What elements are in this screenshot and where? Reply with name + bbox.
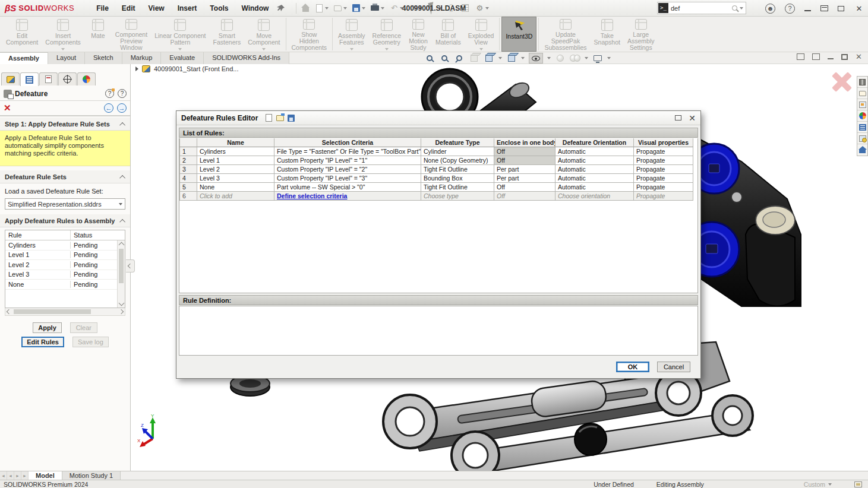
maximize-button[interactable] <box>820 5 828 11</box>
save-rules-file-icon[interactable] <box>288 115 295 122</box>
tab-assembly[interactable]: Assembly <box>0 52 48 64</box>
tab-solidworks-addins[interactable]: SOLIDWORKS Add-Ins <box>204 52 289 64</box>
options-button[interactable]: ⚙ <box>473 2 491 14</box>
open-button[interactable] <box>332 2 349 14</box>
ribbon-new-motion-study[interactable]: New Motion Study <box>405 17 432 52</box>
ribbon-move-component[interactable]: Move Component <box>244 17 283 52</box>
view-settings-dropdown-icon[interactable] <box>607 57 611 59</box>
ribbon-component-preview-window[interactable]: Component Preview Window <box>112 17 151 52</box>
rule-row-5[interactable]: 5NonePart volume -- SW Special > "0"Tigh… <box>179 183 694 192</box>
print-button[interactable] <box>368 2 386 14</box>
cad-admin-dashboard-icon[interactable] <box>857 133 867 144</box>
displaymanager-tab[interactable] <box>77 72 96 85</box>
cancel-button[interactable]: Cancel <box>657 362 690 372</box>
ribbon-take-snapshot[interactable]: Take Snapshot <box>591 17 624 52</box>
menu-file[interactable]: File <box>90 2 115 15</box>
search-icon[interactable] <box>732 5 737 11</box>
pin-menu-icon[interactable] <box>276 4 286 13</box>
menu-tools[interactable]: Tools <box>203 2 235 15</box>
rule-row-4[interactable]: 4Level 3Custom Property "IP Level" = "3"… <box>179 174 694 183</box>
doc-minimize-button[interactable] <box>828 55 834 59</box>
previous-view-icon[interactable] <box>454 53 465 63</box>
file-explorer-icon[interactable] <box>857 88 867 99</box>
ribbon-show-hidden-components[interactable]: Show Hidden Components <box>288 17 331 52</box>
dimxpertmanager-tab[interactable] <box>58 72 77 85</box>
rule-set-dropdown[interactable]: Simplified Representation.slddrs <box>5 198 125 210</box>
view-orientation-dropdown-icon[interactable] <box>498 57 502 59</box>
user-account-icon[interactable]: ☻ <box>765 4 775 14</box>
new-rules-file-icon[interactable] <box>266 114 272 122</box>
status-sheet-icon[interactable] <box>854 481 862 487</box>
new-document-button[interactable] <box>313 2 330 14</box>
dialog-close-button[interactable]: ✕ <box>689 115 696 122</box>
section-view-icon[interactable] <box>469 53 479 63</box>
custom-dropdown[interactable]: Custom <box>804 481 832 488</box>
next-step-icon[interactable]: → <box>117 103 127 113</box>
view-palette-icon[interactable] <box>857 99 867 110</box>
zoom-to-fit-icon[interactable] <box>424 53 435 63</box>
define-selection-criteria-link[interactable]: Define selection criteria <box>277 192 347 199</box>
apply-scene-icon[interactable] <box>570 53 580 63</box>
ribbon-update-speedpak[interactable]: Update SpeedPak Subassemblies <box>541 17 590 52</box>
save-log-button[interactable]: Save log <box>72 337 109 347</box>
menu-edit[interactable]: Edit <box>115 2 142 15</box>
tab-scroll-first-icon[interactable]: ◄ <box>0 471 7 480</box>
confirmation-corner-cancel-icon[interactable] <box>832 72 851 91</box>
open-rules-file-icon[interactable] <box>276 115 284 121</box>
tab-layout[interactable]: Layout <box>48 52 85 64</box>
ribbon-bill-of-materials[interactable]: Bill of Materials <box>432 17 465 52</box>
breadcrumb[interactable]: 40099001_Start (Front End... <box>135 65 238 72</box>
tab-evaluate[interactable]: Evaluate <box>161 52 204 64</box>
panel-help-icon[interactable]: ? <box>118 89 127 98</box>
ribbon-edit-component[interactable]: Edit Component <box>2 17 42 52</box>
save-button[interactable] <box>350 2 367 14</box>
doc-restore-button[interactable] <box>841 54 848 60</box>
dialog-title-bar[interactable]: Defeature Rules Editor ✕ <box>176 111 700 125</box>
ribbon-exploded-view[interactable]: Exploded View <box>465 17 498 52</box>
rule-sets-section-header[interactable]: Defeature Rule Sets <box>0 170 130 183</box>
rule-row-3[interactable]: 3Level 2Custom Property "IP Level" = "2"… <box>179 165 694 174</box>
appearances-scenes-icon[interactable] <box>857 110 867 122</box>
search-dropdown-icon[interactable] <box>740 7 743 9</box>
menu-window[interactable]: Window <box>235 2 275 15</box>
ribbon-assembly-features[interactable]: Assembly Features <box>334 17 369 52</box>
table-horizontal-scrollbar[interactable] <box>5 308 125 316</box>
tab-sketch[interactable]: Sketch <box>85 52 122 64</box>
ribbon-smart-fasteners[interactable]: Smart Fasteners <box>210 17 245 52</box>
menu-view[interactable]: View <box>142 2 171 15</box>
breadcrumb-expand-icon[interactable] <box>135 66 138 71</box>
ok-button[interactable]: OK <box>616 362 649 372</box>
clear-button[interactable]: Clear <box>70 322 97 333</box>
zoom-to-area-icon[interactable] <box>439 53 450 63</box>
tab-scroll-prev-icon[interactable]: ◄ <box>7 471 14 480</box>
scrollbar-thumb[interactable] <box>14 309 91 314</box>
previous-step-icon[interactable]: ← <box>104 103 113 113</box>
ribbon-instant3d[interactable]: Instant3D <box>501 17 536 52</box>
tab-markup[interactable]: Markup <box>122 52 162 64</box>
ribbon-mate[interactable]: Mate <box>84 17 112 52</box>
menu-insert[interactable]: Insert <box>171 2 204 15</box>
propertymanager-tab[interactable] <box>20 72 39 86</box>
apply-rules-section-header[interactable]: Apply Defeature Rules to Assembly <box>0 214 130 227</box>
scrollbar-thumb[interactable] <box>119 249 124 283</box>
rule-row-add[interactable]: 6Click to addDefine selection criteriaCh… <box>179 192 694 201</box>
doc-tile-window-icon[interactable] <box>812 53 820 60</box>
display-style-icon[interactable] <box>506 53 517 63</box>
help-pinned-icon[interactable]: ? <box>105 89 114 98</box>
tab-scroll-last-icon[interactable]: ► <box>21 471 29 480</box>
scene-dropdown-icon[interactable] <box>585 57 588 59</box>
hide-show-items-button[interactable] <box>529 53 543 64</box>
help-icon[interactable]: ? <box>785 4 795 14</box>
motion-study-tab[interactable]: Motion Study 1 <box>62 471 121 480</box>
close-button[interactable]: ✕ <box>854 4 864 13</box>
design-library-icon[interactable] <box>857 77 867 88</box>
configurationmanager-tab[interactable] <box>39 72 58 85</box>
rules-status-table[interactable]: Rule Status CylindersPending Level 1Pend… <box>5 230 125 308</box>
view-orientation-icon[interactable] <box>484 53 494 63</box>
custom-properties-icon[interactable] <box>857 122 867 133</box>
edit-rules-button[interactable]: Edit Rules <box>21 337 64 347</box>
cancel-defeature-icon[interactable]: ✕ <box>4 103 11 113</box>
step1-section-header[interactable]: Step 1: Apply Defeature Rule Sets <box>0 118 130 131</box>
hide-show-dropdown-icon[interactable] <box>547 57 551 59</box>
model-tab[interactable]: Model <box>29 471 62 480</box>
